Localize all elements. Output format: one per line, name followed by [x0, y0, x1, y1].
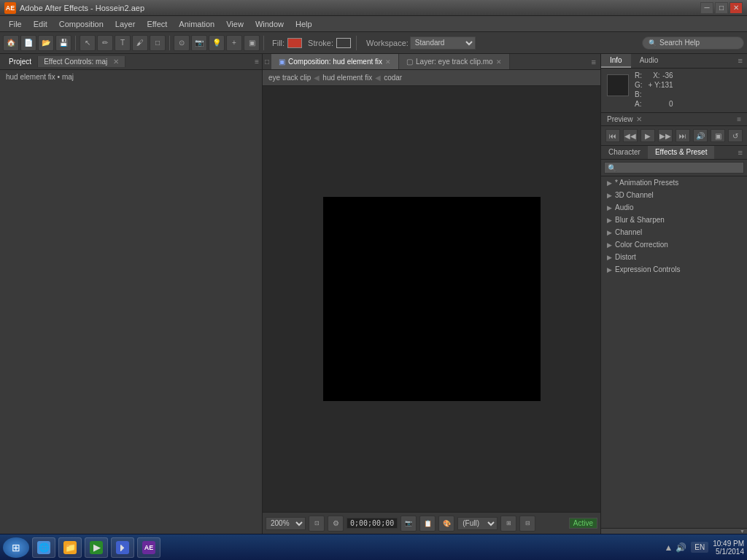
quality-select[interactable]: (Full) (Half) (Quarter) [457, 517, 498, 530]
effect-3d-channel[interactable]: ▶ 3D Channel [601, 189, 747, 201]
toolbar-roto[interactable]: ⊙ [174, 35, 190, 51]
maximize-button[interactable]: □ [715, 2, 728, 14]
effects-search-input[interactable] [604, 162, 744, 174]
preview-first-btn[interactable]: ⏮ [605, 129, 620, 142]
zoom-select[interactable]: 200% 100% 50% [266, 517, 306, 530]
effects-panel-menu[interactable]: ≡ [734, 146, 747, 159]
arrow-icon: ▶ [607, 254, 612, 261]
effect-expression-controls[interactable]: ▶ Expression Controls [601, 263, 747, 276]
effect-color-correction[interactable]: ▶ Color Correction [601, 238, 747, 251]
menu-effect[interactable]: Effect [141, 16, 173, 31]
minimize-button[interactable]: ─ [700, 2, 713, 14]
toolbar-save[interactable]: 💾 [55, 35, 71, 51]
preview-ram-btn[interactable]: ▣ [711, 129, 725, 142]
effect-blur-sharpen[interactable]: ▶ Blur & Sharpen [601, 214, 747, 226]
comp-settings-icon[interactable]: ⚙ [328, 516, 344, 532]
tab-info[interactable]: Info [601, 54, 631, 68]
taskbar-app-media[interactable]: ▶ [85, 537, 108, 558]
panel-menu-icon[interactable]: ≡ [255, 58, 259, 66]
effects-scroll-down[interactable]: ▼ [740, 529, 746, 534]
tab-character[interactable]: Character [601, 146, 648, 159]
preview-next-btn[interactable]: ▶▶ [658, 129, 673, 142]
tab-effects-preset[interactable]: Effects & Preset [648, 146, 715, 159]
tab-effect-controls[interactable]: Effect Controls: maj ✕ [38, 56, 125, 67]
workspace-select[interactable]: Standard All Panels Animation [410, 36, 476, 50]
info-panel-menu[interactable]: ≡ [734, 54, 747, 68]
toolbar-brush[interactable]: 🖌 [132, 35, 148, 51]
stroke-color-swatch[interactable] [336, 38, 351, 48]
close-button[interactable]: ✕ [729, 2, 743, 14]
toolbar-home[interactable]: 🏠 [3, 35, 19, 51]
toolbar-light[interactable]: 💡 [209, 35, 225, 51]
tab-composition-hud[interactable]: ▣ Composition: hud element fix ✕ [271, 54, 399, 69]
effect-distort[interactable]: ▶ Distort [601, 251, 747, 263]
taskbar-app-explorer[interactable]: 📁 [58, 537, 82, 558]
toolbar-null[interactable]: + [226, 35, 242, 51]
grid-icon[interactable]: ⊞ [500, 516, 516, 532]
taskbar-app-chrome[interactable]: 🌐 [32, 537, 55, 558]
breadcrumb-sep2: ◀ [375, 74, 381, 82]
b-label: B: [635, 90, 641, 98]
toolbar-new[interactable]: 📄 [20, 35, 36, 51]
arrow-icon: ▶ [607, 266, 612, 273]
timecode-set[interactable]: 📷 [400, 516, 417, 532]
toolbar-pen[interactable]: ✏ [97, 35, 113, 51]
toolbar-camera[interactable]: 📷 [191, 35, 207, 51]
effect-channel[interactable]: ▶ Channel [601, 226, 747, 238]
tab-close-icon[interactable]: ✕ [113, 58, 119, 66]
toolbar-text[interactable]: T [115, 35, 131, 51]
effect-animation-presets[interactable]: ▶ * Animation Presets [601, 176, 747, 189]
preview-loop-btn[interactable]: ↺ [728, 129, 743, 142]
toolbar-shape[interactable]: □ [150, 35, 166, 51]
taskbar-app-player[interactable]: ⏵ [111, 537, 134, 558]
tab-audio[interactable]: Audio [631, 54, 667, 68]
media-icon: ▶ [90, 541, 103, 554]
menu-edit[interactable]: Edit [28, 16, 53, 31]
menu-window[interactable]: Window [249, 16, 290, 31]
search-placeholder: Search Help [659, 39, 700, 47]
region-icon[interactable]: ⊟ [519, 516, 535, 532]
comp-panel-icon: □ [265, 58, 269, 66]
preview-last-btn[interactable]: ⏭ [676, 129, 690, 142]
preview-close-icon[interactable]: ✕ [636, 115, 642, 123]
layer-tab-close[interactable]: ✕ [496, 58, 502, 66]
preview-prev-btn[interactable]: ◀◀ [623, 129, 638, 142]
menu-composition[interactable]: Composition [53, 16, 109, 31]
snapshot-icon[interactable]: 📋 [419, 516, 436, 532]
workspace-label: Workspace: [366, 39, 409, 47]
toolbar-open[interactable]: 📂 [38, 35, 54, 51]
menu-layer[interactable]: Layer [109, 16, 142, 31]
breadcrumb-codar[interactable]: codar [384, 74, 402, 82]
fit-icon[interactable]: ⊡ [309, 516, 325, 532]
breadcrumb-eyetrack[interactable]: eye track clip [268, 74, 311, 82]
lang-indicator[interactable]: EN [691, 542, 708, 553]
preview-play-btn[interactable]: ▶ [640, 129, 655, 142]
breadcrumb-hud[interactable]: hud element fix [322, 74, 372, 82]
search-bar[interactable]: 🔍 Search Help [642, 36, 744, 50]
comp-canvas [323, 197, 541, 401]
preview-menu-icon[interactable]: ≡ [737, 115, 741, 123]
menu-file[interactable]: File [3, 16, 28, 31]
start-button[interactable]: ⊞ [3, 537, 29, 558]
title-bar: AE Adobe After Effects - Hossein2.aep ─ … [0, 0, 747, 16]
effect-audio[interactable]: ▶ Audio [601, 201, 747, 214]
fill-color-swatch[interactable] [287, 38, 302, 48]
network-icon: ▲ [664, 542, 673, 553]
menu-animation[interactable]: Animation [173, 16, 220, 31]
comp-panel-menu[interactable]: ≡ [587, 58, 600, 66]
preview-controls: ⏮ ◀◀ ▶ ▶▶ ⏭ 🔊 ▣ ↺ [601, 126, 747, 145]
comp-tab-close[interactable]: ✕ [385, 58, 391, 66]
tab-layer-label: Layer: eye track clip.mo [416, 58, 493, 66]
tab-project[interactable]: Project [3, 56, 38, 67]
menu-help[interactable]: Help [290, 16, 318, 31]
center-panel: □ ▣ Composition: hud element fix ✕ ▢ Lay… [263, 54, 601, 534]
tab-layer-eyetrack[interactable]: ▢ Layer: eye track clip.mo ✕ [399, 54, 510, 69]
preview-audio-btn[interactable]: 🔊 [693, 129, 708, 142]
menu-view[interactable]: View [220, 16, 249, 31]
comp-timecode[interactable]: 0;00;00;00 [347, 518, 398, 529]
toolbar-mask[interactable]: ▣ [244, 35, 260, 51]
clock-date: 5/1/2014 [713, 548, 744, 556]
taskbar-app-ae[interactable]: AE [137, 537, 160, 558]
show-snapshot-icon[interactable]: 🎨 [438, 516, 454, 532]
toolbar-select[interactable]: ↖ [80, 35, 96, 51]
